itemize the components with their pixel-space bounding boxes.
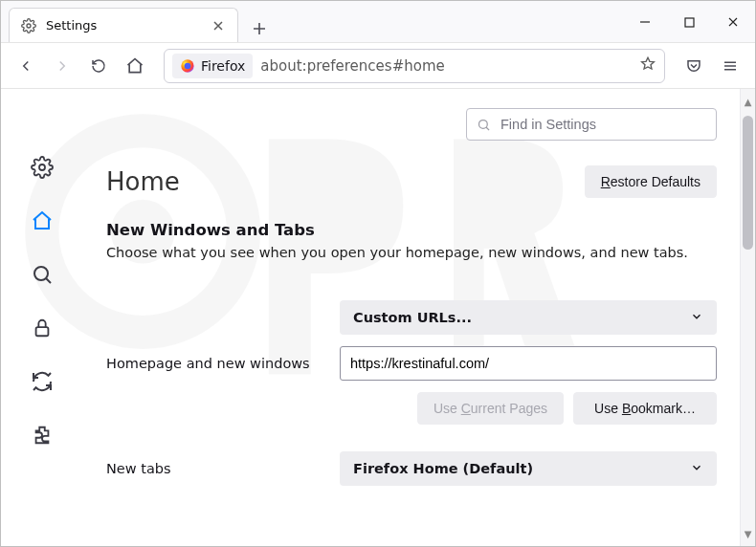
svg-point-6 [39, 164, 45, 170]
dropdown-value: Custom URLs... [353, 310, 472, 325]
home-button[interactable] [118, 49, 152, 83]
page-title: Home [106, 167, 180, 196]
svg-point-5 [185, 62, 191, 69]
svg-point-2 [27, 24, 31, 28]
reload-button[interactable] [81, 49, 116, 83]
pocket-button[interactable] [677, 49, 711, 83]
window-close-button[interactable] [711, 1, 755, 43]
back-button[interactable] [9, 49, 43, 83]
title-bar: Settings [1, 1, 755, 43]
newtabs-dropdown[interactable]: Firefox Home (Default) [340, 451, 717, 486]
settings-main: Home Restore Defaults New Windows and Ta… [83, 89, 755, 546]
search-icon [477, 118, 491, 132]
new-tab-button[interactable] [246, 15, 273, 42]
svg-rect-8 [36, 327, 49, 336]
window-minimize-button[interactable] [623, 1, 667, 43]
url-bar[interactable]: Firefox about:preferences#home [164, 49, 665, 83]
settings-search-input[interactable] [499, 116, 706, 133]
close-tab-button[interactable] [211, 20, 226, 32]
chevron-down-icon [690, 310, 703, 326]
vertical-scrollbar[interactable]: ▲ ▼ [740, 89, 755, 546]
scroll-down-icon[interactable]: ▼ [741, 525, 755, 542]
section-title: New Windows and Tabs [106, 221, 717, 239]
tab-label: Settings [46, 18, 201, 33]
svg-rect-3 [685, 18, 694, 27]
svg-point-7 [34, 267, 48, 280]
scrollbar-thumb[interactable] [743, 116, 753, 250]
bookmark-star-icon[interactable] [639, 55, 656, 77]
sidebar-item-general[interactable] [29, 154, 56, 181]
sidebar-item-home[interactable] [29, 208, 56, 234]
navigation-toolbar: Firefox about:preferences#home [1, 43, 755, 89]
scroll-up-icon[interactable]: ▲ [741, 93, 755, 110]
restore-defaults-button[interactable]: Restore Defaults [585, 165, 717, 198]
homepage-mode-dropdown[interactable]: Custom URLs... [340, 300, 717, 335]
identity-box[interactable]: Firefox [172, 54, 253, 78]
url-text: about:preferences#home [260, 57, 632, 75]
use-bookmark-button[interactable]: Use Bookmark… [573, 392, 717, 425]
homepage-label: Homepage and new windows [106, 356, 317, 371]
sidebar-item-extensions[interactable] [29, 422, 56, 449]
tab-settings[interactable]: Settings [9, 8, 238, 42]
newtabs-label: New tabs [106, 461, 317, 476]
sidebar-item-search[interactable] [29, 261, 56, 288]
app-menu-button[interactable] [713, 49, 747, 83]
settings-search[interactable] [466, 108, 717, 141]
settings-sidebar [1, 89, 83, 546]
svg-point-9 [479, 120, 488, 128]
forward-button[interactable] [45, 49, 79, 83]
window-maximize-button[interactable] [667, 1, 711, 43]
sidebar-item-sync[interactable] [29, 368, 56, 395]
homepage-url-input[interactable] [340, 346, 717, 381]
chevron-down-icon [690, 461, 703, 477]
use-current-pages-button[interactable]: Use Current Pages [417, 392, 564, 425]
section-description: Choose what you see when you open your h… [106, 245, 717, 260]
firefox-icon [180, 58, 195, 74]
sidebar-item-privacy[interactable] [29, 315, 56, 341]
identity-label: Firefox [201, 58, 245, 74]
gear-icon [21, 18, 36, 33]
dropdown-value: Firefox Home (Default) [353, 461, 533, 476]
